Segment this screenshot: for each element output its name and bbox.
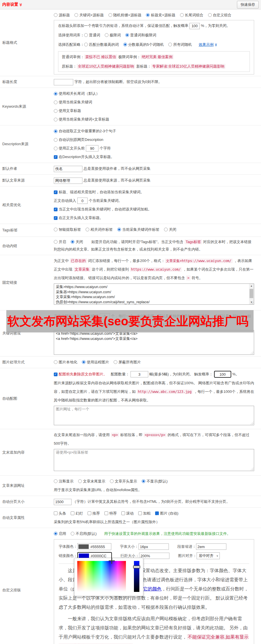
checkbox-icon[interactable] xyxy=(121,511,125,515)
radio-icon[interactable] xyxy=(82,360,86,364)
radio-option[interactable]: 分数最高的5个词随机 xyxy=(123,40,164,49)
default-source-input[interactable] xyxy=(54,178,82,184)
radio-icon[interactable] xyxy=(54,228,58,231)
radio-icon[interactable] xyxy=(54,138,58,142)
append-content-textarea[interactable] xyxy=(54,449,254,471)
checkbox-option[interactable]: 头条 xyxy=(54,509,66,518)
radio-icon[interactable] xyxy=(54,532,58,535)
image-count-input[interactable] xyxy=(130,371,148,377)
page-title[interactable]: 内容设置 ≫ xyxy=(0,2,23,7)
radio-icon[interactable] xyxy=(54,109,58,113)
radio-option[interactable]: 屏蔽所有图片 xyxy=(114,358,141,367)
description-option-2[interactable]: 自动识别原网页Description xyxy=(54,135,254,144)
relevance-checkbox-1[interactable]: 标题、描述相关度低时，自动添加当前采集关键词。 xyxy=(54,188,254,196)
radio-icon[interactable] xyxy=(208,13,212,17)
radio-icon[interactable] xyxy=(54,129,58,133)
radio-option[interactable]: 使用远程图片 xyxy=(82,358,109,367)
radio-icon[interactable] xyxy=(180,13,184,17)
radio-option[interactable]: 标题党+源标题 xyxy=(146,11,175,19)
radio-option[interactable]: 关键词+源标题 xyxy=(74,11,104,19)
radio-option[interactable]: 使用当前采集关键词 xyxy=(54,98,254,107)
radio-icon[interactable] xyxy=(105,33,108,37)
color-gradient-area[interactable] xyxy=(77,561,126,592)
font-color-swatch[interactable] xyxy=(78,544,89,549)
radio-icon[interactable] xyxy=(142,479,145,483)
checkbox-option[interactable]: 加粗 xyxy=(138,509,151,518)
radio-icon[interactable] xyxy=(146,13,150,17)
checkbox-icon[interactable] xyxy=(54,208,58,211)
radio-option[interactable]: 普通词 xyxy=(84,30,100,40)
radio-option[interactable]: 使用相关长尾词（默认） xyxy=(54,89,254,98)
relevance-checkbox-2[interactable]: 当正文中出现当前采集关键词时，自动把该关键词加粗。 xyxy=(54,205,254,214)
crosshair-icon[interactable] xyxy=(109,558,115,564)
line-height-input[interactable] xyxy=(139,553,169,559)
checkbox-icon[interactable] xyxy=(88,511,91,515)
radio-option[interactable]: 所有词随机 xyxy=(168,40,192,49)
radio-option[interactable]: 图片本地化 xyxy=(54,358,77,367)
indent-input[interactable] xyxy=(196,543,226,550)
radio-icon[interactable] xyxy=(71,532,74,535)
radio-icon[interactable] xyxy=(86,228,89,231)
radio-option[interactable]: 智能提取标签 xyxy=(54,225,81,234)
font-color-picker[interactable]: #555555 xyxy=(77,543,111,550)
checkbox-icon[interactable] xyxy=(155,511,159,515)
checkbox-icon[interactable] xyxy=(104,511,108,515)
fixed-links-textarea[interactable]: 采集>https://www.ucaiyun.com/ 采集器>https://… xyxy=(54,283,254,305)
radio-icon[interactable] xyxy=(168,43,172,46)
radio-icon[interactable] xyxy=(84,33,88,37)
radio-icon[interactable] xyxy=(114,360,117,364)
hue-slider-handle[interactable] xyxy=(133,566,140,568)
checkbox-option[interactable]: 推荐 xyxy=(88,509,100,518)
link-color-swatch[interactable] xyxy=(79,554,89,558)
radio-option[interactable]: 普通词和极限词 xyxy=(125,30,156,40)
insert-keywords-count-input[interactable] xyxy=(77,198,88,204)
radio-option[interactable]: 开启 xyxy=(54,238,66,246)
radio-icon[interactable] xyxy=(54,479,58,483)
description-option-1[interactable]: 自动提取正文中最重要的2-3个句子 xyxy=(54,127,254,135)
radio-option[interactable]: 注释显示 xyxy=(54,477,74,486)
radio-option[interactable]: 极限词 xyxy=(105,30,121,40)
scrollbar-thumb[interactable] xyxy=(250,289,253,298)
radio-icon[interactable] xyxy=(125,33,129,37)
radio-option[interactable]: 使用当前采集关键词+文章标题 xyxy=(54,115,254,124)
radio-icon[interactable] xyxy=(54,13,58,17)
radio-option[interactable]: 匹配分数最高的词 xyxy=(84,40,119,49)
radio-icon[interactable] xyxy=(108,13,112,17)
radio-icon[interactable] xyxy=(84,43,88,46)
radio-option[interactable]: 自定义组合 xyxy=(208,11,232,19)
radio-icon[interactable] xyxy=(54,118,58,121)
description-option-3[interactable]: 使用正文开头前个字符 xyxy=(54,144,254,153)
radio-icon[interactable] xyxy=(74,13,78,17)
radio-icon[interactable] xyxy=(117,228,121,231)
radio-option[interactable]: 不显示(默认) xyxy=(142,477,168,486)
img-align-select[interactable]: 居中对齐 ∨ xyxy=(197,552,220,559)
radio-icon[interactable] xyxy=(54,240,58,244)
radio-icon[interactable] xyxy=(78,479,82,483)
checkbox-icon[interactable] xyxy=(54,216,58,220)
checkbox-icon[interactable] xyxy=(138,511,142,515)
font-color-value[interactable]: #555555 xyxy=(90,545,111,549)
radio-option[interactable]: 启用 xyxy=(54,529,66,538)
radio-option[interactable]: 不启用(默认) xyxy=(71,529,97,538)
relevance-checkbox-3[interactable]: 在正文开头插入文章标题。 xyxy=(54,214,254,222)
radio-option[interactable]: 当前采集关键词作标签 xyxy=(117,225,159,234)
radio-option[interactable]: 关闭 xyxy=(164,225,176,234)
radio-option[interactable]: 文章末尾显示 xyxy=(78,477,105,486)
radio-option[interactable]: 随机前缀+源标题 xyxy=(108,11,142,19)
checkbox-option[interactable]: 滚动 xyxy=(121,509,134,518)
radio-icon[interactable] xyxy=(123,43,127,46)
checkbox-option[interactable]: 特荐 xyxy=(104,509,117,518)
checkbox-icon[interactable] xyxy=(54,155,58,159)
pagination-size-input[interactable] xyxy=(54,499,72,505)
title-probability-input[interactable] xyxy=(189,23,200,29)
checkbox-option[interactable]: 幻灯 xyxy=(71,509,83,518)
radio-icon[interactable] xyxy=(54,101,58,104)
radio-icon[interactable] xyxy=(110,479,114,483)
auto-image-textarea[interactable] xyxy=(54,406,254,425)
scroll-up-icon[interactable]: ▲ xyxy=(249,284,254,288)
font-size-input[interactable] xyxy=(139,543,169,550)
radio-icon[interactable] xyxy=(164,228,168,231)
description-chars-input[interactable] xyxy=(86,145,98,151)
quick-save-button[interactable]: 快速保存 xyxy=(237,1,259,9)
radio-icon[interactable] xyxy=(54,147,58,150)
